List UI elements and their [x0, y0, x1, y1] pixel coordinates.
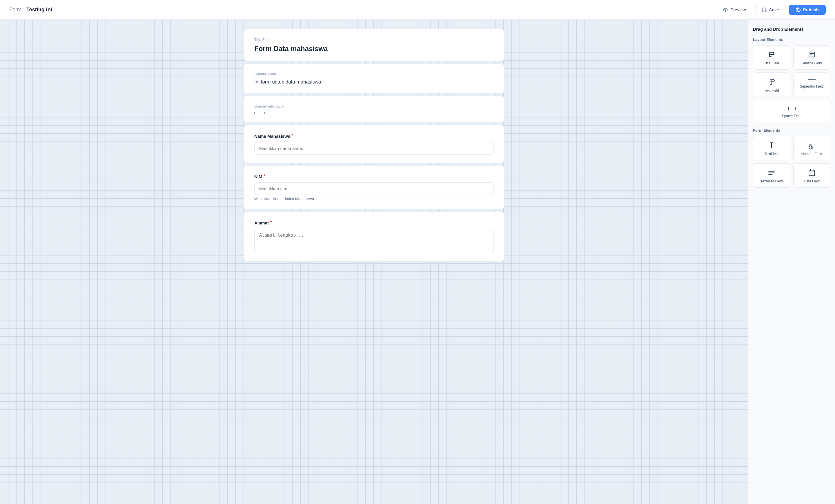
header-right: Preview Save Publish	[717, 5, 826, 15]
form-elements-grid: TextField 01 10 Number Field	[753, 136, 830, 188]
header-colon: :	[23, 7, 25, 13]
spacer-field-block: Spacer field: 60px	[244, 96, 505, 123]
subtitle-field-block: Subtitle Field Ini form untuk data mahas…	[244, 63, 505, 93]
element-card-textfield[interactable]: TextField	[753, 136, 790, 160]
spacer-label: Spacer field: 60px	[254, 104, 494, 108]
save-label: Save	[769, 7, 779, 12]
svg-text:10: 10	[809, 146, 813, 149]
numberfield-icon: 01 10	[808, 142, 816, 149]
sidebar-title: Drag and Drop Elements	[753, 27, 830, 32]
title-field-value: Form Data mahasiswa	[254, 45, 494, 53]
element-card-spacer-field[interactable]: Spacer Field	[753, 100, 830, 122]
nim-helper: Masukkan Nomor Induk Mahasiswa	[254, 197, 494, 201]
preview-label: Preview	[730, 7, 746, 12]
main-layout: Title Field Form Data mahasiswa Subtitle…	[0, 20, 835, 504]
nama-label: Nama Mahasiswa *	[254, 134, 494, 139]
publish-icon	[796, 7, 801, 13]
heading-icon	[768, 51, 775, 58]
nim-field-block: NIM * Masukkan Nomor Induk Mahasiswa	[244, 165, 505, 209]
element-text-field-label: Text Field	[764, 88, 779, 93]
subtitle-field-label: Subtitle Field	[254, 72, 494, 76]
element-card-text-field[interactable]: Text Field	[753, 73, 790, 97]
header-left: Form : Testing ini	[9, 7, 52, 13]
date-icon	[808, 169, 816, 176]
element-spacer-field-label: Spacer Field	[782, 114, 801, 118]
preview-button[interactable]: Preview	[717, 5, 752, 15]
layout-elements-grid: Title Field Subtitle Field	[753, 45, 830, 122]
nama-required: *	[291, 134, 293, 139]
alamat-required: *	[270, 220, 272, 225]
nim-label: NIM *	[254, 174, 494, 179]
element-card-number-field[interactable]: 01 10 Number Field	[793, 136, 831, 160]
element-title-field-label: Title Field	[764, 61, 779, 65]
separator-icon	[808, 78, 816, 81]
title-field-block: Title Field Form Data mahasiswa	[244, 29, 505, 61]
textfield-icon	[768, 142, 775, 149]
save-icon	[762, 7, 767, 13]
element-card-subtitle-field[interactable]: Subtitle Field	[793, 45, 831, 69]
element-card-title-field[interactable]: Title Field	[753, 45, 790, 69]
element-card-textarea-field[interactable]: TextArea Field	[753, 163, 790, 188]
title-field-label: Title Field	[254, 37, 494, 42]
textarea-icon	[768, 169, 775, 176]
element-card-date-field[interactable]: Date Field	[793, 163, 831, 188]
canvas-area: Title Field Form Data mahasiswa Subtitle…	[0, 20, 748, 504]
publish-label: Publish	[803, 7, 819, 12]
svg-rect-18	[809, 170, 815, 176]
publish-button[interactable]: Publish	[789, 5, 826, 15]
form-label: Form	[9, 7, 21, 13]
form-canvas: Title Field Form Data mahasiswa Subtitle…	[244, 29, 505, 264]
alamat-input[interactable]	[254, 229, 494, 252]
alamat-label: Alamat *	[254, 220, 494, 225]
paragraph-icon	[768, 78, 775, 85]
subtitle-field-value: Ini form untuk data mahasiswa	[254, 79, 494, 85]
element-date-field-label: Date Field	[804, 179, 820, 183]
element-textfield-label: TextField	[765, 152, 778, 156]
preview-icon	[723, 7, 728, 13]
app-header: Form : Testing ini Preview Save	[0, 0, 835, 20]
element-separator-field-label: Seperator Field	[800, 84, 824, 88]
spacer-visual	[254, 112, 265, 114]
element-subtitle-field-label: Subtitle Field	[802, 61, 822, 65]
sidebar: Drag and Drop Elements Layout Elements T…	[748, 20, 835, 504]
element-card-separator-field[interactable]: Seperator Field	[793, 73, 831, 97]
layout-section-heading: Layout Elements	[753, 37, 830, 42]
element-textarea-field-label: TextArea Field	[760, 179, 783, 183]
element-number-field-label: Number Field	[801, 152, 822, 156]
svg-point-0	[725, 9, 726, 11]
subtitle-icon	[808, 51, 816, 58]
nim-input[interactable]	[254, 182, 494, 195]
nama-input[interactable]	[254, 142, 494, 155]
nama-field-block: Nama Mahasiswa *	[244, 125, 505, 163]
spacer-icon	[787, 105, 796, 111]
save-button[interactable]: Save	[756, 5, 785, 15]
form-title: Testing ini	[26, 7, 52, 13]
alamat-field-block: Alamat *	[244, 212, 505, 262]
form-section-heading: Form Elements	[753, 128, 830, 133]
nim-required: *	[264, 174, 265, 179]
